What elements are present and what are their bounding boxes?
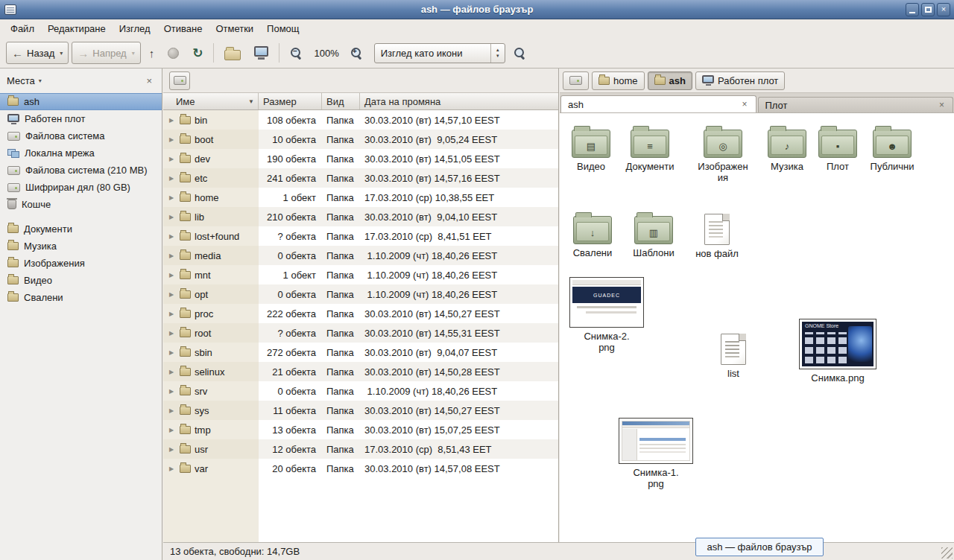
sidebar-item-6[interactable]: Кошче bbox=[0, 196, 162, 213]
icon-item-list[interactable]: list bbox=[702, 330, 765, 379]
expander-icon[interactable]: ▶ bbox=[169, 156, 176, 162]
sidebar-item-0[interactable]: ash bbox=[0, 93, 162, 110]
expander-icon[interactable]: ▶ bbox=[169, 446, 176, 453]
sidebar-item-10[interactable]: Изображения bbox=[0, 255, 162, 272]
taskbar-window-button[interactable]: ash — файлов браузър bbox=[695, 538, 824, 556]
pathbar-crumb-1[interactable]: home bbox=[592, 71, 645, 90]
table-row[interactable]: ▶selinux21 обектаПапка30.03.2010 (вт) 14… bbox=[163, 362, 558, 381]
expander-icon[interactable]: ▶ bbox=[169, 117, 176, 124]
tab-1[interactable]: Плот× bbox=[758, 97, 954, 112]
expander-icon[interactable]: ▶ bbox=[169, 214, 176, 220]
table-row[interactable]: ▶tmp13 обектаПапка30.03.2010 (вт) 15,07,… bbox=[163, 420, 558, 439]
icon-item-new-file[interactable]: нов файл bbox=[686, 210, 748, 259]
menu-item-1[interactable]: Редактиране bbox=[41, 20, 113, 37]
expander-icon[interactable]: ▶ bbox=[169, 407, 176, 414]
icon-item-snimka[interactable]: GNOME StoreСнимка.png bbox=[799, 319, 876, 384]
expander-icon[interactable]: ▶ bbox=[169, 175, 176, 182]
expander-icon[interactable]: ▶ bbox=[169, 291, 176, 298]
zoom-out-button[interactable]: − bbox=[285, 42, 308, 64]
search-button[interactable] bbox=[508, 42, 531, 64]
table-row[interactable]: ▶var20 обектаПапка30.03.2010 (вт) 14,57,… bbox=[163, 459, 558, 478]
icon-item-video[interactable]: ▤Видео bbox=[560, 124, 622, 172]
expander-icon[interactable]: ▶ bbox=[169, 311, 176, 317]
icon-view[interactable]: ▤Видео≡Документи◎Изображен ия♪Музика▪Пло… bbox=[560, 113, 954, 542]
expander-icon[interactable]: ▶ bbox=[169, 252, 176, 259]
sidebar-item-9[interactable]: Музика bbox=[0, 238, 162, 255]
icon-item-snimka2[interactable]: GUADECСнимка-2. png bbox=[568, 277, 645, 353]
table-row[interactable]: ▶lib210 обектаПапка30.03.2010 (вт) 9,04,… bbox=[163, 207, 558, 226]
icon-item-templates[interactable]: ▥Шаблони bbox=[622, 210, 685, 258]
menu-item-4[interactable]: Отметки bbox=[209, 20, 260, 37]
sidebar-close-button[interactable]: × bbox=[143, 74, 155, 87]
table-row[interactable]: ▶usr12 обектаПапка17.03.2010 (ср) 8,51,4… bbox=[163, 439, 558, 459]
column-header-date[interactable]: Дата на промяна bbox=[360, 93, 558, 109]
stop-button[interactable] bbox=[162, 42, 184, 64]
icon-item-snimka1[interactable]: Снимка-1. png bbox=[617, 418, 695, 489]
close-button[interactable]: × bbox=[937, 3, 950, 16]
expander-icon[interactable]: ▶ bbox=[169, 194, 176, 201]
table-row[interactable]: ▶media0 обектаПапка 1.10.2009 (чт) 18,40… bbox=[163, 246, 558, 265]
table-row[interactable]: ▶bin108 обектаПапка30.03.2010 (вт) 14,57… bbox=[163, 110, 558, 130]
expander-icon[interactable]: ▶ bbox=[169, 233, 176, 240]
zoom-level[interactable]: 100% bbox=[311, 48, 341, 59]
tab-close-icon[interactable]: × bbox=[938, 100, 946, 110]
expander-icon[interactable]: ▶ bbox=[169, 272, 176, 279]
icon-item-desktop[interactable]: ▪Плот bbox=[806, 124, 869, 172]
table-row[interactable]: ▶proc222 обектаПапка30.03.2010 (вт) 14,5… bbox=[163, 304, 558, 323]
up-button[interactable]: ↑ bbox=[144, 42, 160, 64]
expander-icon[interactable]: ▶ bbox=[169, 427, 176, 433]
icon-item-public[interactable]: ☻Публични bbox=[861, 124, 923, 172]
pathbar-crumb-0[interactable] bbox=[563, 71, 589, 90]
back-menu-chevron-icon[interactable]: ▾ bbox=[60, 50, 63, 57]
column-header-type[interactable]: Вид bbox=[322, 93, 360, 109]
column-header-size[interactable]: Размер bbox=[259, 93, 322, 109]
sidebar-item-8[interactable]: Документи bbox=[0, 220, 162, 238]
tab-0[interactable]: ash× bbox=[560, 95, 756, 112]
expander-icon[interactable]: ▶ bbox=[169, 136, 176, 143]
minimize-button[interactable] bbox=[906, 3, 919, 16]
sidebar-item-12[interactable]: Свалени bbox=[0, 289, 162, 306]
menu-item-0[interactable]: Файл bbox=[4, 20, 41, 37]
expander-icon[interactable]: ▶ bbox=[169, 369, 176, 375]
view-mode-select[interactable]: Изглед като икони ▴▾ bbox=[374, 43, 505, 63]
table-row[interactable]: ▶boot10 обектаПапка30.03.2010 (вт) 9,05,… bbox=[163, 130, 558, 149]
pathbar-crumb-2[interactable]: ash bbox=[648, 71, 692, 90]
column-header-name[interactable]: Име ▼ bbox=[163, 93, 259, 109]
reload-button[interactable]: ↻ bbox=[187, 42, 208, 64]
table-row[interactable]: ▶home1 обектПапка17.03.2010 (ср) 10,38,5… bbox=[163, 188, 558, 207]
expander-icon[interactable]: ▶ bbox=[169, 388, 176, 395]
back-button[interactable]: ← Назад ▾ bbox=[6, 42, 69, 64]
expander-icon[interactable]: ▶ bbox=[169, 349, 176, 356]
menu-item-5[interactable]: Помощ bbox=[260, 20, 306, 37]
pathbar-crumb-3[interactable]: Работен плот bbox=[695, 71, 785, 90]
sidebar-item-4[interactable]: Файлова система (210 MB) bbox=[0, 162, 162, 179]
table-row[interactable]: ▶opt0 обектаПапка 1.10.2009 (чт) 18,40,2… bbox=[163, 284, 558, 304]
expander-icon[interactable]: ▶ bbox=[169, 465, 176, 472]
sidebar-item-3[interactable]: Локална мрежа bbox=[0, 144, 162, 162]
tab-close-icon[interactable]: × bbox=[740, 99, 748, 109]
icon-item-pictures[interactable]: ◎Изображен ия bbox=[692, 124, 754, 183]
icon-item-documents[interactable]: ≡Документи bbox=[619, 124, 681, 172]
table-row[interactable]: ▶sbin272 обектаПапка30.03.2010 (вт) 9,04… bbox=[163, 343, 558, 362]
computer-button[interactable] bbox=[249, 42, 274, 64]
pathbar-root-crumb[interactable] bbox=[169, 71, 190, 90]
menu-item-2[interactable]: Изглед bbox=[113, 20, 157, 37]
expander-icon[interactable]: ▶ bbox=[169, 330, 176, 337]
table-row[interactable]: ▶etc241 обектаПапка30.03.2010 (вт) 14,57… bbox=[163, 168, 558, 188]
sidebar-item-2[interactable]: Файлова система bbox=[0, 127, 162, 144]
sidebar-combo-chevron-icon[interactable]: ▾ bbox=[39, 77, 42, 84]
menu-item-3[interactable]: Отиване bbox=[157, 20, 209, 37]
icon-item-downloads[interactable]: ↓Свалени bbox=[561, 210, 624, 258]
sidebar-item-5[interactable]: Шифриран дял (80 GB) bbox=[0, 179, 162, 196]
table-row[interactable]: ▶sys11 обектаПапка30.03.2010 (вт) 14,50,… bbox=[163, 401, 558, 420]
combo-spinner-icon[interactable]: ▴▾ bbox=[490, 44, 505, 63]
maximize-button[interactable] bbox=[921, 3, 935, 16]
sidebar-item-1[interactable]: Работен плот bbox=[0, 110, 162, 127]
table-row[interactable]: ▶mnt1 обектПапка 1.10.2009 (чт) 18,40,26… bbox=[163, 265, 558, 284]
table-row[interactable]: ▶root? обектаПапка30.03.2010 (вт) 14,55,… bbox=[163, 323, 558, 343]
table-row[interactable]: ▶srv0 обектаПапка 1.10.2009 (чт) 18,40,2… bbox=[163, 381, 558, 401]
home-button[interactable] bbox=[219, 42, 246, 64]
forward-button[interactable]: → Напред ▾ bbox=[72, 42, 140, 64]
table-row[interactable]: ▶lost+found? обектаПапка17.03.2010 (ср) … bbox=[163, 226, 558, 246]
sidebar-item-11[interactable]: Видео bbox=[0, 272, 162, 289]
